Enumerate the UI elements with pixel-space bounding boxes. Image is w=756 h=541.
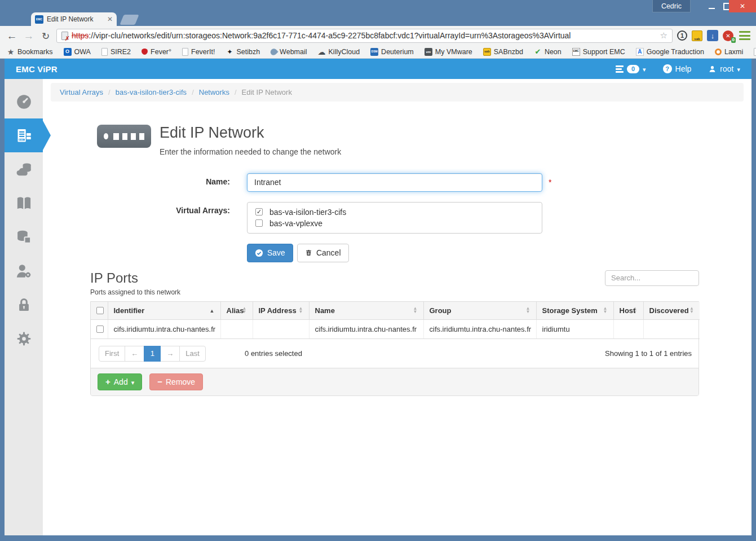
bookmark-myvmware[interactable]: vmMy VMware xyxy=(425,48,472,56)
page-title: Edit IP Network xyxy=(160,125,341,142)
breadcrumb-separator: / xyxy=(103,88,116,96)
sidebar-item-settings[interactable] xyxy=(5,322,43,355)
column-storage-system[interactable]: Storage System xyxy=(536,302,613,320)
sidebar-item-resources[interactable] xyxy=(5,220,43,254)
chrome-menu-icon[interactable] xyxy=(739,31,750,40)
table-row[interactable]: cifs.iridiumtu.intra.chu-nantes.fr cifs.… xyxy=(91,319,700,338)
column-discovered[interactable]: Discovered xyxy=(643,302,700,320)
sidebar-item-virtual-assets[interactable] xyxy=(5,152,43,186)
virtual-array-option[interactable]: bas-va-isilon-tier3-cifs xyxy=(254,206,535,218)
bookmark-webmail[interactable]: Webmail xyxy=(271,48,307,56)
column-label: Discovered xyxy=(649,306,689,315)
bookmark-sire2[interactable]: SIRE2 xyxy=(101,48,131,56)
bookmark-label: KillyCloud xyxy=(329,48,360,56)
tab-title: Edit IP Network xyxy=(47,15,105,23)
pager-next-icon[interactable] xyxy=(160,346,180,362)
row-checkbox[interactable] xyxy=(96,326,104,333)
pager-prev-icon[interactable] xyxy=(125,346,144,362)
checkbox-checked[interactable] xyxy=(255,208,263,215)
virtual-array-option[interactable]: bas-va-vplexve xyxy=(254,218,535,229)
cell-identifier: cifs.iridiumtu.intra.chu-nantes.fr xyxy=(108,319,220,338)
column-group[interactable]: Group xyxy=(423,302,536,320)
checkbox-unchecked[interactable] xyxy=(255,219,263,227)
extension-circle-icon[interactable]: 1 xyxy=(677,30,687,41)
app-header: EMC ViPR 0 Help root xyxy=(5,59,751,79)
sabnzbd-extension-icon[interactable]: sab xyxy=(692,30,702,41)
page-header: Edit IP Network Enter the information ne… xyxy=(97,125,744,156)
reload-icon[interactable] xyxy=(39,30,52,41)
column-ip-address[interactable]: IP Address xyxy=(253,302,309,320)
add-button[interactable]: Add xyxy=(98,373,142,390)
bookmark-neon[interactable]: ✔Neon xyxy=(534,48,562,56)
column-host[interactable]: Host xyxy=(613,302,643,320)
pager-first-button[interactable]: First xyxy=(99,346,125,362)
name-input[interactable] xyxy=(247,173,542,192)
cell-ip-address xyxy=(253,319,309,338)
address-bar[interactable]: https://vipr-clu/networks/edit/urn:stora… xyxy=(56,29,673,43)
close-button[interactable] xyxy=(729,0,756,12)
column-identifier[interactable]: Identifier xyxy=(108,302,220,320)
bookmark-laxmi[interactable]: Laxmi xyxy=(715,48,743,56)
save-button[interactable]: Save xyxy=(247,244,293,262)
bookmark-label: Support EMC xyxy=(583,48,625,56)
column-label: Group xyxy=(430,306,452,315)
bookmark-killycloud[interactable]: ☁KillyCloud xyxy=(318,48,360,56)
url-text[interactable]: https://vipr-clu/networks/edit/urn:stora… xyxy=(72,31,657,40)
showing-entries-text: Showing 1 to 1 of 1 entries xyxy=(605,349,692,358)
sidebar-item-tenants[interactable] xyxy=(5,254,43,288)
bookmark-owa[interactable]: OOWA xyxy=(64,48,91,56)
gauge-icon xyxy=(15,93,33,111)
dsm-icon: DSM xyxy=(370,48,378,56)
bookmark-google-traduction[interactable]: AGoogle Traduction xyxy=(636,48,704,56)
bookmark-label: SIRE2 xyxy=(110,48,131,56)
edit-network-form: Name: * Virtual Arrays: bas-va-isilon-ti… xyxy=(51,173,744,262)
new-tab-button[interactable] xyxy=(120,15,139,25)
bookmark-deuterium[interactable]: DSMDeuterium xyxy=(370,48,414,56)
bookmark-bookmarks[interactable]: ★Bookmarks xyxy=(7,48,53,56)
breadcrumb-networks[interactable]: Networks xyxy=(199,88,229,96)
help-menu[interactable]: Help xyxy=(663,64,692,73)
cancel-button[interactable]: Cancel xyxy=(297,244,349,262)
check-icon: ✔ xyxy=(534,48,542,56)
sort-asc-icon xyxy=(210,308,215,314)
bookmark-sire2-2[interactable]: SiRE2 xyxy=(754,48,756,56)
tasks-menu[interactable]: 0 xyxy=(616,64,646,73)
brand-logo[interactable]: EMC ViPR xyxy=(16,64,58,74)
remove-button[interactable]: Remove xyxy=(149,373,203,390)
bookmark-fever[interactable]: Fever° xyxy=(142,48,171,56)
network-icon xyxy=(97,125,151,148)
pager-page-1[interactable]: 1 xyxy=(144,346,161,362)
download-extension-icon[interactable] xyxy=(707,30,718,41)
breadcrumb-virtual-arrays[interactable]: Virtual Arrays xyxy=(60,88,103,96)
forward-icon[interactable] xyxy=(23,30,35,41)
bookmark-label: Deuterium xyxy=(381,48,414,56)
bookmark-feverit[interactable]: FeverIt! xyxy=(182,48,215,56)
insecure-cert-icon[interactable] xyxy=(61,32,68,40)
sidebar-item-catalog[interactable] xyxy=(5,186,43,220)
bookmark-sabnzbd[interactable]: sabSABnzbd xyxy=(483,48,523,56)
column-label: Name xyxy=(315,306,335,315)
breadcrumb-virtual-array[interactable]: bas-va-isilon-tier3-cifs xyxy=(116,88,187,96)
pager-last-button[interactable]: Last xyxy=(179,346,206,362)
user-menu[interactable]: root xyxy=(708,64,740,73)
select-all-checkbox[interactable] xyxy=(96,307,104,314)
laxmi-icon xyxy=(715,49,722,55)
bookmarks-bar: ★Bookmarks OOWA SIRE2 Fever° FeverIt! ✦S… xyxy=(0,45,756,59)
search-input[interactable] xyxy=(605,270,699,286)
profile-name-badge[interactable]: Cedric xyxy=(652,0,691,12)
minimize-button[interactable] xyxy=(704,0,719,12)
bookmark-support-emc[interactable]: EMCSupport EMC xyxy=(572,48,625,56)
bookmark-star-icon[interactable] xyxy=(660,30,667,41)
tab-close-icon[interactable]: ✕ xyxy=(107,15,113,23)
back-icon[interactable] xyxy=(6,30,18,41)
column-alias[interactable]: Alias xyxy=(220,302,253,320)
outlook-icon: O xyxy=(64,48,72,56)
sidebar-item-physical-assets[interactable] xyxy=(5,118,43,152)
sidebar-item-dashboard[interactable] xyxy=(5,85,43,118)
browser-tab[interactable]: EMC Edit IP Network ✕ xyxy=(31,12,117,26)
breadcrumb-current: Edit IP Network xyxy=(242,88,292,96)
bookmark-setibzh[interactable]: ✦Setibzh xyxy=(226,48,260,56)
adblock-extension-icon[interactable]: 0 xyxy=(723,30,733,41)
sidebar-item-security[interactable] xyxy=(5,288,43,322)
column-name[interactable]: Name xyxy=(309,302,423,320)
